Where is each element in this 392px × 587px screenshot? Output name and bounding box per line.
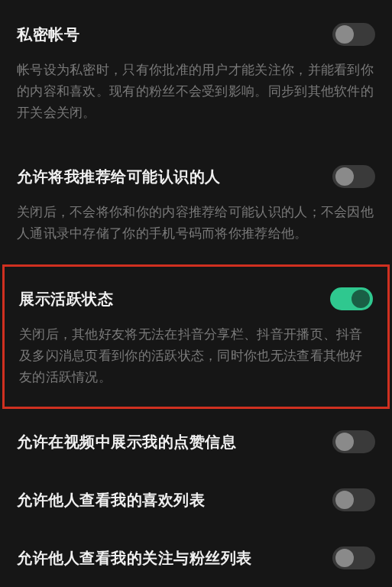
- setting-description: 帐号设为私密时，只有你批准的用户才能关注你，并能看到你的内容和喜欢。现有的粉丝不…: [17, 60, 375, 124]
- toggle-knob: [335, 549, 354, 567]
- setting-row: 允许在视频中展示我的点赞信息: [17, 430, 375, 453]
- setting-description: 关闭后，不会将你和你的内容推荐给可能认识的人；不会因他人通讯录中存储了你的手机号…: [17, 202, 375, 245]
- setting-row: 允许将我推荐给可能认识的人: [17, 165, 375, 188]
- setting-title: 允许他人查看我的喜欢列表: [17, 490, 205, 511]
- toggle-show-likes-in-video[interactable]: [332, 430, 375, 453]
- toggle-knob: [335, 25, 354, 44]
- toggle-allow-view-likes[interactable]: [332, 488, 375, 511]
- setting-title: 允许他人查看我的关注与粉丝列表: [17, 548, 252, 569]
- setting-active-status: 展示活跃状态 关闭后，其他好友将无法在抖音分享栏、抖音开播页、抖音及多闪消息页看…: [2, 264, 390, 409]
- setting-recommend-to-known: 允许将我推荐给可能认识的人 关闭后，不会将你和你的内容推荐给可能认识的人；不会因…: [0, 142, 392, 263]
- setting-title: 允许在视频中展示我的点赞信息: [17, 432, 236, 452]
- toggle-knob: [335, 167, 354, 186]
- setting-row: 允许他人查看我的关注与粉丝列表: [17, 546, 375, 569]
- setting-row: 私密帐号: [17, 23, 375, 46]
- toggle-recommend-to-known[interactable]: [332, 165, 375, 188]
- toggle-allow-view-follows[interactable]: [332, 546, 375, 569]
- setting-title: 私密帐号: [17, 24, 79, 45]
- setting-row: 允许他人查看我的喜欢列表: [17, 488, 375, 511]
- setting-title: 允许将我推荐给可能认识的人: [17, 167, 221, 187]
- setting-private-account: 私密帐号 帐号设为私密时，只有你批准的用户才能关注你，并能看到你的内容和喜欢。现…: [0, 0, 392, 142]
- toggle-knob: [352, 290, 370, 308]
- setting-allow-view-likes: 允许他人查看我的喜欢列表: [0, 469, 392, 527]
- toggle-knob: [335, 433, 354, 451]
- setting-show-likes-in-video: 允许在视频中展示我的点赞信息: [0, 410, 392, 469]
- toggle-knob: [335, 491, 354, 509]
- setting-title: 展示活跃状态: [19, 289, 113, 310]
- toggle-active-status[interactable]: [330, 287, 373, 310]
- setting-row: 展示活跃状态: [19, 287, 373, 310]
- setting-description: 关闭后，其他好友将无法在抖音分享栏、抖音开播页、抖音及多闪消息页看到你的活跃状态…: [19, 324, 373, 388]
- settings-list: 私密帐号 帐号设为私密时，只有你批准的用户才能关注你，并能看到你的内容和喜欢。现…: [0, 0, 392, 585]
- setting-allow-view-follows: 允许他人查看我的关注与粉丝列表: [0, 527, 392, 585]
- toggle-private-account[interactable]: [332, 23, 375, 46]
